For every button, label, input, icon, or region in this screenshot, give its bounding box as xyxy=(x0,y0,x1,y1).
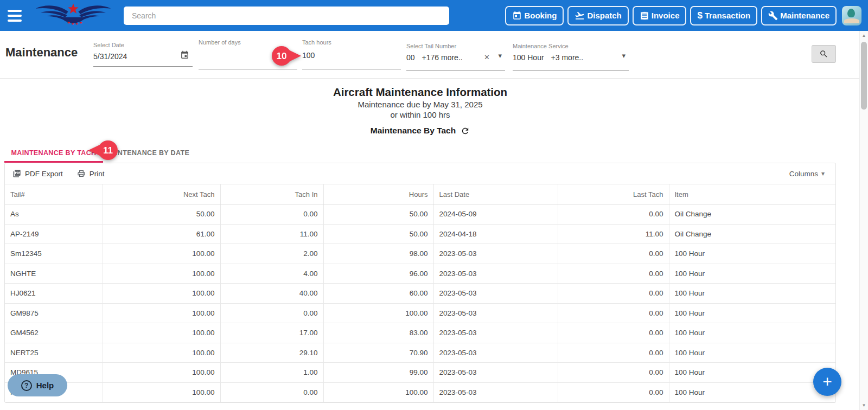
refresh-icon[interactable] xyxy=(461,126,470,136)
search-input[interactable] xyxy=(124,7,449,25)
table-cell: Sm12345 xyxy=(5,244,103,264)
invoice-label: Invoice xyxy=(652,11,680,20)
chevron-down-icon: ▾ xyxy=(821,170,825,177)
eagle-wings-logo-icon: ★ ★ ★ ★ xyxy=(33,1,114,28)
pdf-file-icon xyxy=(12,169,21,178)
table-cell: 29.10 xyxy=(220,343,323,363)
table-cell: 50.00 xyxy=(323,204,433,225)
annotation-badge-10: 10 xyxy=(271,46,302,66)
scroll-up-icon[interactable]: ▲ xyxy=(860,33,868,38)
field-underline xyxy=(93,66,193,67)
booking-button[interactable]: Booking xyxy=(505,6,564,25)
invoice-button[interactable]: Invoice xyxy=(633,6,687,25)
column-header[interactable]: Last Tach xyxy=(558,184,669,204)
scroll-down-icon[interactable]: ▼ xyxy=(860,403,868,408)
column-header[interactable]: Tail# xyxy=(5,184,103,204)
table-cell: 0.00 xyxy=(558,363,669,383)
column-header[interactable]: Tach In xyxy=(220,184,323,204)
table-row[interactable]: GM4562100.0017.0083.002023-05-030.00100 … xyxy=(5,323,835,343)
select-date-value[interactable]: 5/31/2024 xyxy=(93,52,127,61)
column-header[interactable]: Hours xyxy=(323,184,433,204)
clear-icon[interactable]: ✕ xyxy=(484,53,490,61)
table-cell: 2023-05-03 xyxy=(433,323,558,343)
tach-hours-label: Tach hours xyxy=(302,39,331,46)
top-navigation-bar: ★ ★ ★ ★ Booking Dispatch Invoice $ T xyxy=(0,0,868,31)
maintenance-table-card: PDF Export Print Columns ▾ Tail#Next Tac… xyxy=(4,163,836,403)
help-label: Help xyxy=(36,381,54,390)
table-cell: 100.00 xyxy=(103,264,220,284)
pdf-export-button[interactable]: PDF Export xyxy=(12,169,63,178)
section-title: Maintenance By Tach xyxy=(371,126,456,136)
chevron-down-icon[interactable]: ▾ xyxy=(498,52,502,60)
table-cell: 70.90 xyxy=(323,343,433,363)
vertical-scrollbar[interactable]: ▲ ▼ xyxy=(859,31,868,410)
table-cell: 100.00 xyxy=(103,363,220,383)
table-cell: 100 Hour xyxy=(669,244,835,264)
badge-10-number: 10 xyxy=(277,51,287,61)
add-button[interactable]: + xyxy=(813,368,841,396)
table-cell: 2024-05-09 xyxy=(433,204,558,225)
menu-icon[interactable] xyxy=(8,10,24,22)
column-header[interactable]: Item xyxy=(669,184,835,204)
table-cell: 0.00 xyxy=(558,204,669,225)
column-header[interactable]: Next Tach xyxy=(103,184,220,204)
table-cell: 2023-05-03 xyxy=(433,303,558,323)
column-header[interactable]: Last Date xyxy=(433,184,558,204)
table-row[interactable]: NERT25100.0029.1070.902023-05-030.00100 … xyxy=(5,343,835,363)
table-cell: 11.00 xyxy=(558,224,669,244)
table-cell: 2024-04-18 xyxy=(433,224,558,244)
table-cell: 0.00 xyxy=(558,244,669,264)
table-cell: 99.00 xyxy=(323,363,433,383)
maintenance-service-value: 100 Hour xyxy=(513,53,544,62)
question-mark-icon: ? xyxy=(21,380,32,391)
filter-search-button[interactable] xyxy=(812,45,836,63)
table-cell: 100 Hour xyxy=(669,303,835,323)
calendar-picker-icon[interactable] xyxy=(180,50,189,62)
maintenance-button[interactable]: Maintenance xyxy=(761,6,837,25)
table-cell: 40.00 xyxy=(220,284,323,304)
search-icon xyxy=(819,49,828,59)
table-row[interactable]: GM9875100.000.00100.002023-05-030.00100 … xyxy=(5,303,835,323)
maintenance-service-label: Maintenance Service xyxy=(513,43,569,49)
print-button[interactable]: Print xyxy=(77,169,105,178)
table-cell: 100.00 xyxy=(103,382,220,402)
table-cell: 98.00 xyxy=(323,244,433,264)
table-row[interactable]: MD9615100.001.0099.002023-05-030.00100 H… xyxy=(5,363,835,383)
table-row[interactable]: HJ0621100.0040.0060.002023-05-030.00100 … xyxy=(5,284,835,304)
table-cell: 0.00 xyxy=(558,343,669,363)
tach-hours-value[interactable]: 100 xyxy=(302,51,315,60)
table-cell: 100.00 xyxy=(103,244,220,264)
table-cell: 2023-05-03 xyxy=(433,284,558,304)
table-cell: Oil Change xyxy=(669,204,835,225)
table-row[interactable]: M100.000.00100.002023-05-030.00100 Hour xyxy=(5,382,835,402)
select-date-field[interactable]: Select Date 5/31/2024 xyxy=(93,31,193,79)
due-date-subtitle: Maintenance due by May 31, 2025 xyxy=(4,100,836,109)
table-row[interactable]: NGHTE100.004.0096.002023-05-030.00100 Ho… xyxy=(5,264,835,284)
table-cell: 2023-05-03 xyxy=(433,244,558,264)
help-button[interactable]: ? Help xyxy=(8,374,67,396)
table-row[interactable]: As50.000.0050.002024-05-090.00Oil Change xyxy=(5,204,835,225)
transaction-button[interactable]: $ Transaction xyxy=(690,6,757,25)
table-cell: 100.00 xyxy=(103,303,220,323)
table-cell: 1.00 xyxy=(220,363,323,383)
tach-hours-field[interactable]: Tach hours 100 xyxy=(302,31,401,79)
plane-takeoff-icon xyxy=(575,10,585,21)
dispatch-button[interactable]: Dispatch xyxy=(567,6,628,25)
user-avatar[interactable] xyxy=(842,6,861,25)
table-row[interactable]: AP-214961.0011.0050.002024-04-1811.00Oil… xyxy=(5,224,835,244)
scrollbar-thumb[interactable] xyxy=(861,42,867,110)
table-cell: 2023-05-03 xyxy=(433,264,558,284)
field-underline xyxy=(302,69,401,69)
table-cell: 50.00 xyxy=(323,224,433,244)
columns-dropdown[interactable]: Columns ▾ xyxy=(789,170,828,178)
tail-number-select[interactable]: Select Tail Number 00 +176 more.. ✕ ▾ xyxy=(406,31,505,79)
table-cell: 100 Hour xyxy=(669,343,835,363)
maintenance-service-select[interactable]: Maintenance Service 100 Hour +3 more.. ▾ xyxy=(513,31,629,79)
table-cell: 4.00 xyxy=(220,264,323,284)
page: ★ ★ ★ ★ Booking Dispatch Invoice $ T xyxy=(0,0,868,410)
table-cell: 0.00 xyxy=(220,303,323,323)
calendar-icon xyxy=(512,11,522,21)
table-cell: 83.00 xyxy=(323,323,433,343)
chevron-down-icon[interactable]: ▾ xyxy=(622,52,626,60)
table-row[interactable]: Sm12345100.002.0098.002023-05-030.00100 … xyxy=(5,244,835,264)
